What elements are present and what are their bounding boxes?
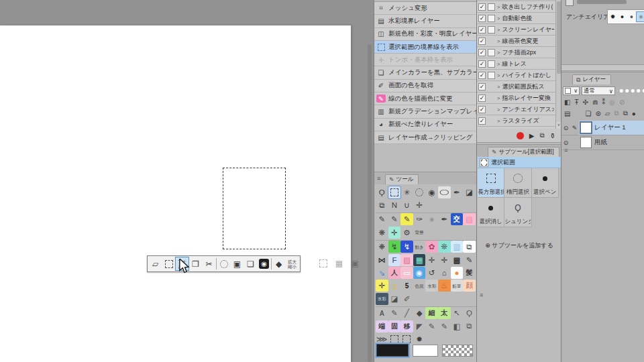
layer-toolbar-button[interactable]: ◎ xyxy=(609,99,615,106)
tool-button[interactable]: 太 xyxy=(438,307,451,319)
tool-button[interactable]: 細 xyxy=(425,307,438,319)
add-subtool-button[interactable]: ⊕ サブツールを追加する xyxy=(477,241,561,250)
canvas-page[interactable] xyxy=(0,25,351,362)
checkbox-checked-icon[interactable]: ✓ xyxy=(478,117,486,125)
tool-button[interactable]: F xyxy=(388,254,401,266)
antialias-option-button[interactable]: ● xyxy=(637,12,644,21)
layer-toolbar-button[interactable]: ◧ xyxy=(564,99,570,106)
tool-button[interactable]: ✎ xyxy=(376,213,388,225)
tool-button[interactable]: ↖ xyxy=(451,307,464,319)
secondary-checkbox[interactable] xyxy=(488,72,495,79)
tool-button[interactable]: Ϙ xyxy=(463,307,476,319)
tool-button[interactable]: ⧉ xyxy=(463,241,476,253)
layer-edit-indicator[interactable]: ✎ xyxy=(570,139,579,146)
expand-chevron-icon[interactable]: > xyxy=(497,38,500,44)
tab-subtool[interactable]: ✎ サブツール[選択範囲] xyxy=(488,147,559,157)
checkbox-checked-icon[interactable]: ✓ xyxy=(478,26,486,34)
tool-button[interactable]: ✑ xyxy=(413,213,426,225)
tool-button[interactable]: ✒ xyxy=(438,213,451,225)
tool-button[interactable]: 水彩 xyxy=(376,293,388,305)
tool-button[interactable]: ✎ xyxy=(400,213,413,225)
tool-button[interactable]: 色混 xyxy=(413,280,426,292)
tool-button[interactable]: 鉛筆 xyxy=(451,280,464,292)
auto-action-item[interactable]: ✓ > 自動影色後 xyxy=(477,13,555,24)
auto-action-item[interactable]: ✓ > フチ描画2px xyxy=(477,47,555,58)
tool-button[interactable]: ◉ xyxy=(413,267,426,279)
tool-button[interactable]: ▨ xyxy=(400,254,413,266)
tool-button[interactable]: 髪 xyxy=(463,267,476,279)
tool-button[interactable]: ▦ xyxy=(413,254,426,266)
expand-chevron-icon[interactable]: > xyxy=(497,118,500,124)
tool-button[interactable]: ↺ xyxy=(425,267,438,279)
tool-button[interactable]: ╱ xyxy=(400,307,413,319)
layer-palette-option-dropdown[interactable]: ∨ xyxy=(563,86,580,95)
checkbox-checked-icon[interactable]: ✓ xyxy=(478,83,486,90)
delete-auto-action-button[interactable]: ⚱ xyxy=(550,132,555,139)
checkbox-checked-icon[interactable]: ✓ xyxy=(478,95,486,102)
antialias-option-button[interactable]: ✹ xyxy=(608,12,617,21)
tool-button[interactable]: ✛ xyxy=(438,254,451,266)
add-auto-action-button[interactable]: ⧉ xyxy=(539,131,544,139)
launcher-button[interactable] xyxy=(271,258,272,269)
panel-menu-icon[interactable]: ≡ xyxy=(377,175,380,182)
panel-divider[interactable] xyxy=(561,64,644,71)
tool-button[interactable]: ◪ xyxy=(388,293,401,305)
tool-button[interactable]: ◤ xyxy=(413,320,426,333)
tool-button[interactable]: ♨ xyxy=(438,280,451,292)
tool-button[interactable]: 移 xyxy=(400,320,413,333)
command-item[interactable]: ◫ 新規色相・彩度・明度レイヤー xyxy=(374,28,476,41)
tool-button[interactable]: ▭ xyxy=(400,267,413,279)
expand-chevron-icon[interactable]: > xyxy=(497,72,500,78)
auto-action-item[interactable]: ✓ > 指示レイヤー変換 xyxy=(477,93,555,104)
auto-action-item[interactable]: ✓ > 選択範囲反転ス xyxy=(477,81,555,93)
command-item[interactable]: ⌗ メッシュ変形 xyxy=(374,2,476,15)
selection-marquee[interactable] xyxy=(223,168,286,249)
launcher-button[interactable]: ❏ xyxy=(244,257,257,270)
tool-button[interactable]: ∪ xyxy=(400,199,413,211)
subtool-button[interactable]: 長方形選択 xyxy=(478,168,504,198)
transparent-color-swatch[interactable] xyxy=(442,345,473,357)
tool-button[interactable]: ✒ xyxy=(451,186,464,198)
tool-button[interactable]: N xyxy=(388,199,401,211)
layer-toolbar-button[interactable]: ⊛ xyxy=(595,110,600,117)
panel-menu-icon[interactable]: ≡ xyxy=(480,292,483,298)
tool-button[interactable]: ✳ xyxy=(400,186,413,198)
command-item[interactable]: ▤ 水彩境界レイヤー xyxy=(374,15,476,27)
subtool-button[interactable]: 楕円選択 xyxy=(504,168,531,198)
tool-button[interactable]: 固 xyxy=(388,320,401,333)
canvas-scrollbar[interactable] xyxy=(368,44,372,362)
secondary-checkbox[interactable] xyxy=(488,15,495,22)
auto-action-item[interactable]: ✓ > ハイライトぼかし xyxy=(477,70,555,81)
launcher-button[interactable]: ◉ xyxy=(258,257,270,270)
command-item[interactable]: 選択範囲の境界線を表示 xyxy=(374,41,476,54)
launcher-button[interactable]: 拡大 縮小 xyxy=(286,257,299,270)
command-item[interactable]: ✐ 画面の色を取得 xyxy=(374,80,476,93)
checkbox-checked-icon[interactable]: ✓ xyxy=(478,3,486,11)
subtool-button[interactable]: Ϙ シュリンク選択 xyxy=(504,198,531,227)
tool-button[interactable]: ◆ xyxy=(413,307,426,319)
auto-action-item[interactable]: ✓ > ラスタライズ xyxy=(477,115,555,127)
command-item[interactable]: ▤ レイヤー作成→クリッピング xyxy=(374,131,476,144)
tool-button[interactable]: ● xyxy=(451,267,464,279)
layer-toolbar-button[interactable]: Ŧ xyxy=(574,99,578,106)
launcher-button[interactable]: ◆ xyxy=(272,257,285,270)
property-checkbox[interactable] xyxy=(566,0,574,6)
checkbox-checked-icon[interactable]: ✓ xyxy=(478,106,486,113)
tool-button[interactable]: 端 xyxy=(376,320,388,333)
layer-edit-indicator[interactable]: ✎ xyxy=(570,125,579,131)
layer-row[interactable]: ⊙ ✎ 用紙 xyxy=(561,135,644,150)
tool-button[interactable]: ◧ xyxy=(451,320,464,333)
tool-button[interactable]: 水彩 xyxy=(425,280,438,292)
command-item[interactable]: ✎ 線の色を描画色に変更 xyxy=(374,93,476,105)
expand-chevron-icon[interactable]: > xyxy=(497,50,500,56)
tool-button[interactable]: 動き xyxy=(413,241,426,253)
tool-button[interactable]: 顔 xyxy=(463,280,476,292)
record-button[interactable] xyxy=(517,132,524,139)
tool-button[interactable]: ✛ xyxy=(388,227,401,239)
expand-chevron-icon[interactable]: > xyxy=(497,95,500,101)
secondary-checkbox[interactable] xyxy=(488,49,495,56)
tool-button[interactable]: ✎ xyxy=(438,320,451,333)
launcher-button[interactable]: ▣ xyxy=(231,257,244,270)
tab-layer[interactable]: ⧉ レイヤー xyxy=(572,74,611,84)
opacity-slider[interactable] xyxy=(617,88,644,94)
